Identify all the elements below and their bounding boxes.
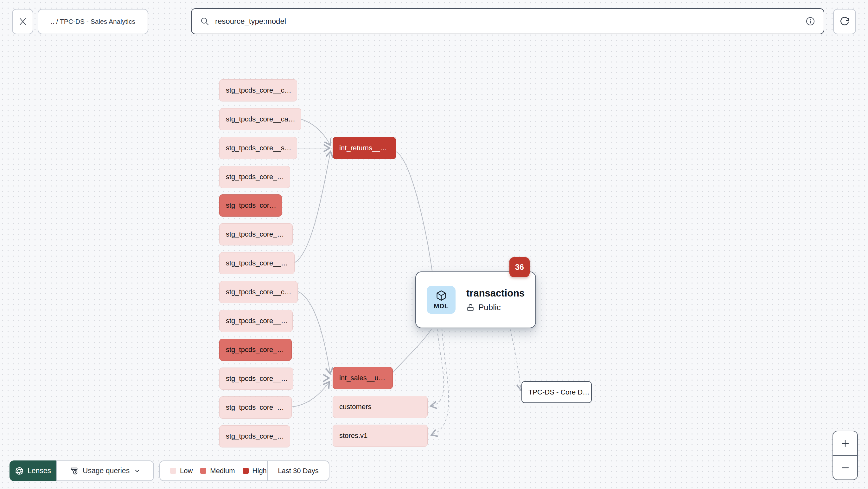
search-icon <box>200 17 209 26</box>
node-label: int_sales__u… <box>339 374 385 382</box>
node-label: stg_tpcds_core__… <box>226 317 288 325</box>
search-input[interactable] <box>215 17 800 26</box>
node-staging[interactable]: stg_tpcds_cor… <box>219 194 282 217</box>
node-label: stg_tpcds_core__… <box>226 375 288 383</box>
node-staging[interactable]: stg_tpcds_core_… <box>219 223 293 246</box>
node-exposure[interactable]: TPC-DS - Core D… <box>521 381 592 403</box>
close-button[interactable] <box>12 9 33 34</box>
time-range-label: Last 30 Days <box>278 467 318 475</box>
node-staging[interactable]: stg_tpcds_core__… <box>219 310 293 332</box>
node-staging[interactable]: stg_tpcds_core_… <box>219 396 292 419</box>
lenses-button[interactable]: Lenses <box>9 460 56 481</box>
edge <box>396 151 432 271</box>
legend-label: Low <box>180 467 193 475</box>
info-icon[interactable] <box>805 16 815 26</box>
node-label: int_returns__… <box>339 144 387 152</box>
legend-item-high: High <box>243 467 267 475</box>
edge <box>292 382 329 407</box>
zoom-in-button[interactable] <box>833 431 857 455</box>
severity-legend: Low Medium High <box>160 461 267 481</box>
node-label: stg_tpcds_core_… <box>226 432 284 440</box>
legend-item-medium: Medium <box>200 467 235 475</box>
focus-card-transactions[interactable]: MDL transactions Public <box>415 271 536 328</box>
node-label: customers <box>339 403 371 411</box>
node-staging[interactable]: stg_tpcds_core_… <box>219 166 290 188</box>
lenses-label: Lenses <box>28 466 51 475</box>
edge <box>298 291 330 373</box>
node-label: stg_tpcds_core_… <box>226 346 284 354</box>
unlock-icon <box>466 304 474 312</box>
node-stores[interactable]: stores.v1 <box>333 425 428 447</box>
edge <box>301 119 330 145</box>
time-range-button[interactable]: Last 30 Days <box>268 461 329 481</box>
focus-card-body: transactions Public <box>466 287 525 313</box>
zoom-out-button[interactable] <box>833 456 857 480</box>
medium-swatch <box>200 468 206 474</box>
model-type-badge: MDL <box>427 286 456 314</box>
node-label: stg_tpcds_core__… <box>226 259 288 267</box>
node-label: stg_tpcds_core__c… <box>226 86 291 94</box>
legend-label: Medium <box>210 467 235 475</box>
node-staging[interactable]: stg_tpcds_core_… <box>219 425 290 448</box>
aperture-icon <box>15 466 24 476</box>
usage-count-badge: 36 <box>509 257 530 277</box>
edge-dashed <box>510 329 521 390</box>
high-swatch <box>243 468 249 474</box>
node-staging[interactable]: stg_tpcds_core__c… <box>219 79 297 102</box>
node-staging[interactable]: stg_tpcds_core__s… <box>219 137 297 159</box>
minus-icon <box>840 463 850 472</box>
breadcrumb: .. / TPC-DS - Sales Analytics <box>51 18 135 25</box>
usage-queries-label: Usage queries <box>83 466 130 475</box>
chevron-down-icon <box>134 467 141 474</box>
node-label: TPC-DS - Core D… <box>528 388 590 396</box>
legend-label: High <box>252 467 267 475</box>
edge-dashed <box>431 329 444 406</box>
node-staging[interactable]: stg_tpcds_core__… <box>219 368 293 390</box>
legend-bar: Low Medium High Last 30 Days <box>159 460 330 481</box>
legend-item-low: Low <box>170 467 193 475</box>
node-label: stores.v1 <box>339 432 368 440</box>
node-staging[interactable]: stg_tpcds_core__ca… <box>219 108 301 130</box>
node-staging[interactable]: stg_tpcds_core__… <box>219 252 294 274</box>
node-int-sales[interactable]: int_sales__u… <box>333 367 393 389</box>
edge-dashed <box>432 329 448 435</box>
focus-card-title: transactions <box>466 287 525 300</box>
edge <box>392 329 431 374</box>
search-bar[interactable] <box>191 8 824 34</box>
close-icon <box>19 17 27 26</box>
cube-icon <box>436 290 447 301</box>
node-staging[interactable]: stg_tpcds_core_… <box>219 339 292 361</box>
node-label: stg_tpcds_core_… <box>226 230 284 238</box>
lineage-edges <box>0 0 868 489</box>
node-label: stg_tpcds_core__ca… <box>226 115 295 123</box>
refresh-icon <box>839 17 849 27</box>
node-label: stg_tpcds_core__s… <box>226 144 291 152</box>
zoom-controls <box>833 431 858 480</box>
node-int-returns[interactable]: int_returns__… <box>333 137 396 159</box>
edge <box>294 152 331 263</box>
node-customers[interactable]: customers <box>333 396 428 418</box>
access-label: Public <box>478 303 501 312</box>
low-swatch <box>170 468 176 474</box>
usage-queries-dropdown[interactable]: Usage queries <box>56 460 154 481</box>
node-label: stg_tpcds_cor… <box>226 201 276 210</box>
node-label: stg_tpcds_core_… <box>226 173 284 181</box>
lineage-canvas[interactable]: .. / TPC-DS - Sales Analytics stg_tpcds_… <box>0 0 868 489</box>
usage-count: 36 <box>515 263 524 272</box>
node-label: stg_tpcds_core__c… <box>226 288 291 296</box>
node-label: stg_tpcds_core_… <box>226 403 284 412</box>
plus-icon <box>840 438 850 448</box>
refresh-button[interactable] <box>833 9 856 34</box>
usage-queries-icon <box>70 466 79 476</box>
breadcrumb-button[interactable]: .. / TPC-DS - Sales Analytics <box>38 9 148 34</box>
model-type-label: MDL <box>434 302 448 310</box>
node-staging[interactable]: stg_tpcds_core__c… <box>219 281 298 303</box>
